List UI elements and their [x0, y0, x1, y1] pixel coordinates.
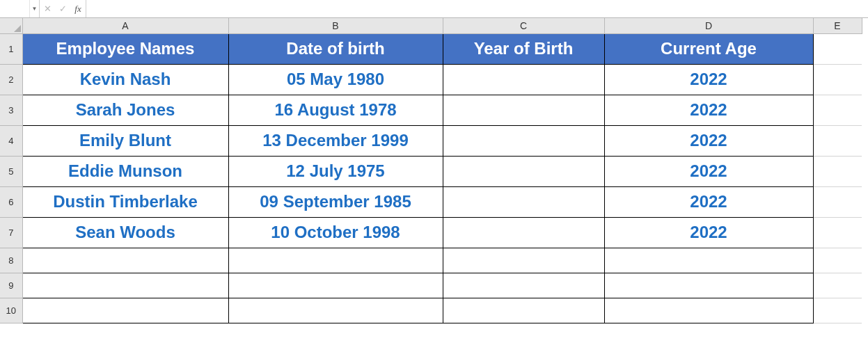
- cell-name[interactable]: Kevin Nash: [22, 64, 228, 95]
- cell-dob[interactable]: 16 August 1978: [228, 95, 443, 125]
- cell-name[interactable]: Eddie Munson: [22, 156, 228, 186]
- formula-buttons: ✕ ✓ fx: [40, 0, 86, 17]
- header-current-age[interactable]: Current Age: [604, 33, 813, 64]
- cell-D10[interactable]: [604, 298, 813, 323]
- cell-C9[interactable]: [443, 273, 604, 298]
- cell-A10[interactable]: [22, 298, 228, 323]
- header-employee-names[interactable]: Employee Names: [22, 33, 228, 64]
- cell-yob[interactable]: [443, 125, 604, 156]
- row-7: 7 Sean Woods 10 October 1998 2022: [0, 217, 862, 248]
- column-header-row: A B C D E: [0, 18, 862, 33]
- cell-dob[interactable]: 12 July 1975: [228, 156, 443, 186]
- cell-C8[interactable]: [443, 248, 604, 273]
- grid-table: A B C D E 1 Employee Names Date of birth…: [0, 18, 862, 323]
- cell-dob[interactable]: 09 September 1985: [228, 186, 443, 217]
- formula-bar: ▼ ✕ ✓ fx: [0, 0, 868, 18]
- cell-yob[interactable]: [443, 186, 604, 217]
- cell-age[interactable]: 2022: [604, 217, 813, 248]
- cell-dob[interactable]: 13 December 1999: [228, 125, 443, 156]
- formula-input[interactable]: [86, 0, 868, 17]
- cell-E1[interactable]: [813, 33, 862, 64]
- col-header-C[interactable]: C: [443, 18, 604, 33]
- cell-B8[interactable]: [228, 248, 443, 273]
- col-header-A[interactable]: A: [22, 18, 228, 33]
- cell-E9[interactable]: [813, 273, 862, 298]
- cell-age[interactable]: 2022: [604, 125, 813, 156]
- cell-yob[interactable]: [443, 64, 604, 95]
- cell-E6[interactable]: [813, 186, 862, 217]
- row-header-4[interactable]: 4: [0, 125, 22, 156]
- name-box-dropdown-icon[interactable]: ▼: [29, 0, 39, 17]
- row-6: 6 Dustin Timberlake 09 September 1985 20…: [0, 186, 862, 217]
- row-header-9[interactable]: 9: [0, 273, 22, 298]
- row-header-1[interactable]: 1: [0, 33, 22, 64]
- cell-E5[interactable]: [813, 156, 862, 186]
- row-2: 2 Kevin Nash 05 May 1980 2022: [0, 64, 862, 95]
- cell-age[interactable]: 2022: [604, 95, 813, 125]
- row-10: 10: [0, 298, 862, 323]
- cell-age[interactable]: 2022: [604, 156, 813, 186]
- cell-dob[interactable]: 10 October 1998: [228, 217, 443, 248]
- row-4: 4 Emily Blunt 13 December 1999 2022: [0, 125, 862, 156]
- row-header-8[interactable]: 8: [0, 248, 22, 273]
- cell-name[interactable]: Dustin Timberlake: [22, 186, 228, 217]
- cell-yob[interactable]: [443, 95, 604, 125]
- col-header-E[interactable]: E: [813, 18, 862, 33]
- cell-E3[interactable]: [813, 95, 862, 125]
- cell-yob[interactable]: [443, 217, 604, 248]
- row-5: 5 Eddie Munson 12 July 1975 2022: [0, 156, 862, 186]
- cell-D9[interactable]: [604, 273, 813, 298]
- header-date-of-birth[interactable]: Date of birth: [228, 33, 443, 64]
- fx-icon[interactable]: fx: [73, 3, 83, 15]
- cell-name[interactable]: Emily Blunt: [22, 125, 228, 156]
- cancel-icon[interactable]: ✕: [42, 3, 52, 14]
- enter-icon[interactable]: ✓: [58, 3, 68, 14]
- cell-A8[interactable]: [22, 248, 228, 273]
- row-3: 3 Sarah Jones 16 August 1978 2022: [0, 95, 862, 125]
- row-header-6[interactable]: 6: [0, 186, 22, 217]
- select-all-corner[interactable]: [0, 18, 22, 33]
- col-header-B[interactable]: B: [228, 18, 443, 33]
- cell-A9[interactable]: [22, 273, 228, 298]
- cell-B10[interactable]: [228, 298, 443, 323]
- cell-name[interactable]: Sarah Jones: [22, 95, 228, 125]
- cell-E7[interactable]: [813, 217, 862, 248]
- cell-age[interactable]: 2022: [604, 64, 813, 95]
- cell-dob[interactable]: 05 May 1980: [228, 64, 443, 95]
- row-header-7[interactable]: 7: [0, 217, 22, 248]
- row-8: 8: [0, 248, 862, 273]
- cell-name[interactable]: Sean Woods: [22, 217, 228, 248]
- cell-E2[interactable]: [813, 64, 862, 95]
- row-header-5[interactable]: 5: [0, 156, 22, 186]
- header-year-of-birth[interactable]: Year of Birth: [443, 33, 604, 64]
- row-1: 1 Employee Names Date of birth Year of B…: [0, 33, 862, 64]
- name-box[interactable]: [0, 0, 29, 17]
- col-header-D[interactable]: D: [604, 18, 813, 33]
- cell-B9[interactable]: [228, 273, 443, 298]
- cell-yob[interactable]: [443, 156, 604, 186]
- cell-D8[interactable]: [604, 248, 813, 273]
- spreadsheet-grid: A B C D E 1 Employee Names Date of birth…: [0, 18, 868, 323]
- cell-E8[interactable]: [813, 248, 862, 273]
- row-header-10[interactable]: 10: [0, 298, 22, 323]
- row-9: 9: [0, 273, 862, 298]
- name-box-wrap: ▼: [0, 0, 40, 17]
- cell-C10[interactable]: [443, 298, 604, 323]
- row-header-3[interactable]: 3: [0, 95, 22, 125]
- cell-age[interactable]: 2022: [604, 186, 813, 217]
- cell-E4[interactable]: [813, 125, 862, 156]
- row-header-2[interactable]: 2: [0, 64, 22, 95]
- cell-E10[interactable]: [813, 298, 862, 323]
